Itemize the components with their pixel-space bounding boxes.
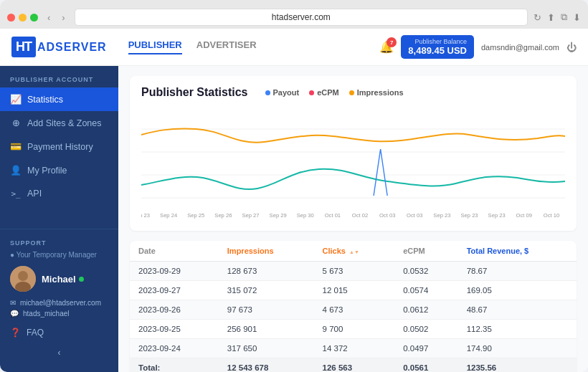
svg-text:Oct 10: Oct 10 xyxy=(544,212,560,219)
cell-ecpm: 0.0532 xyxy=(394,262,457,281)
maximize-dot[interactable] xyxy=(30,14,38,22)
col-date: Date xyxy=(130,241,219,262)
notification-button[interactable]: 🔔 7 xyxy=(379,40,394,54)
svg-text:Sep 23: Sep 23 xyxy=(460,212,478,219)
total-revenue: 1235.56 xyxy=(458,358,577,373)
payout-label: Payout xyxy=(273,88,300,97)
logo: HT ADSERVER xyxy=(11,37,107,57)
svg-text:Oct 03: Oct 03 xyxy=(379,212,395,219)
manager-skype: htads_michael xyxy=(23,310,69,318)
legend-ecpm: eCPM xyxy=(309,88,339,97)
manager-name: Michael xyxy=(42,274,84,285)
cell-ecpm: 0.0497 xyxy=(394,339,457,358)
cell-revenue: 112.35 xyxy=(458,320,577,339)
api-icon: >_ xyxy=(10,189,22,199)
forward-button[interactable]: › xyxy=(58,11,68,24)
svg-point-1 xyxy=(18,271,28,281)
cell-impressions: 317 650 xyxy=(219,339,314,358)
back-button[interactable]: ‹ xyxy=(44,11,54,24)
cell-ecpm: 0.0612 xyxy=(394,300,457,320)
sidebar-section-label: PUBLISHER ACCOUNT xyxy=(0,66,118,87)
main-content: Publisher Statistics Payout eCPM Impr xyxy=(118,66,588,372)
reload-button[interactable]: ↻ xyxy=(534,12,541,23)
legend-payout: Payout xyxy=(265,88,300,97)
cell-revenue: 78.67 xyxy=(458,262,577,281)
sidebar-item-my-profile[interactable]: 👤 My Profile xyxy=(0,158,118,182)
manager-email-row[interactable]: ✉ michael@htadserver.com xyxy=(10,299,108,307)
table-row: 2023-09-24 317 650 14 372 0.0497 174.90 xyxy=(130,339,577,358)
cell-date: 2023-09-29 xyxy=(130,262,219,281)
browser-navigation: ‹ › xyxy=(44,11,69,24)
svg-text:Sep 23: Sep 23 xyxy=(488,212,506,219)
manager-email: michael@htadserver.com xyxy=(20,299,101,307)
logout-button[interactable]: ⏻ xyxy=(566,42,577,53)
cell-impressions: 128 673 xyxy=(219,262,314,281)
sidebar-label-statistics: Statistics xyxy=(27,95,63,105)
minimize-dot[interactable] xyxy=(19,14,27,22)
user-email[interactable]: damsndin@gmail.com xyxy=(481,43,559,52)
cell-revenue: 48.67 xyxy=(458,300,577,320)
sidebar-item-api[interactable]: >_ API xyxy=(0,182,118,205)
cell-clicks: 12 015 xyxy=(314,281,395,300)
sidebar-collapse-button[interactable]: ‹ xyxy=(10,343,108,362)
statistics-chart: Sep 23 Sep 24 Sep 25 Sep 26 Sep 27 Sep 2… xyxy=(141,106,565,221)
header: HT ADSERVER PUBLISHER ADVERTISER 🔔 7 Pub… xyxy=(0,29,588,66)
cell-impressions: 97 673 xyxy=(219,300,314,320)
ecpm-legend-label: eCPM xyxy=(317,88,339,97)
cell-revenue: 174.90 xyxy=(458,339,577,358)
col-ecpm: eCPM xyxy=(394,241,457,262)
cell-clicks: 14 372 xyxy=(314,339,395,358)
manager-skype-row[interactable]: 💬 htads_michael xyxy=(10,310,108,318)
close-dot[interactable] xyxy=(7,14,15,22)
support-label: SUPPORT xyxy=(10,239,108,247)
logo-text: ADSERVER xyxy=(37,41,107,54)
impressions-label: Impressions xyxy=(357,88,404,97)
nav-advertiser[interactable]: ADVERTISER xyxy=(196,39,257,54)
faq-icon: ❓ xyxy=(10,328,21,338)
skype-icon: 💬 xyxy=(10,310,19,318)
impressions-dot xyxy=(349,90,354,95)
nav-publisher[interactable]: PUBLISHER xyxy=(128,39,182,54)
sidebar-label-api: API xyxy=(27,189,42,199)
app-container: HT ADSERVER PUBLISHER ADVERTISER 🔔 7 Pub… xyxy=(0,29,588,372)
svg-text:Sep 30: Sep 30 xyxy=(297,212,315,219)
svg-text:Sep 26: Sep 26 xyxy=(214,212,232,219)
sidebar-label-payment: Payment History xyxy=(27,142,93,152)
svg-text:Oct 09: Oct 09 xyxy=(516,212,532,219)
browser-icons: ↻ ⬆ ⧉ ⬇ xyxy=(534,11,581,23)
cell-date: 2023-09-27 xyxy=(130,281,219,300)
chart-legend: Payout eCPM Impressions xyxy=(265,88,404,97)
col-revenue: Total Revenue, $ xyxy=(458,241,577,262)
tabs-button[interactable]: ⧉ xyxy=(561,11,567,23)
svg-text:Oct 03: Oct 03 xyxy=(407,212,422,219)
share-button[interactable]: ⬆ xyxy=(547,12,555,23)
sidebar-item-faq[interactable]: ❓ FAQ xyxy=(10,322,108,343)
sidebar-item-payment-history[interactable]: 💳 Payment History xyxy=(0,135,118,158)
email-icon: ✉ xyxy=(10,299,16,307)
notif-badge: 7 xyxy=(387,37,397,47)
statistics-icon: 📈 xyxy=(10,94,22,105)
balance-label: Publisher Balance xyxy=(408,38,467,45)
cell-ecpm: 0.0502 xyxy=(394,320,457,339)
cell-ecpm: 0.0574 xyxy=(394,281,457,300)
cell-revenue: 169.05 xyxy=(458,281,577,300)
cell-date: 2023-09-24 xyxy=(130,339,219,358)
total-clicks: 126 563 xyxy=(314,358,395,373)
chart-container: Sep 23 Sep 24 Sep 25 Sep 26 Sep 27 Sep 2… xyxy=(141,106,565,221)
manager-label: ● Your Temporary Manager xyxy=(10,251,108,259)
col-impressions[interactable]: Impressions xyxy=(219,241,314,262)
col-clicks[interactable]: Clicks ▲▼ xyxy=(314,241,395,262)
total-ecpm: 0.0561 xyxy=(394,358,457,373)
sidebar-item-statistics[interactable]: 📈 Statistics xyxy=(0,87,118,111)
stats-table: Date Impressions Clicks ▲▼ eCPM Total Re… xyxy=(130,241,577,372)
sort-icon: ▲▼ xyxy=(349,249,359,254)
table-row: 2023-09-29 128 673 5 673 0.0532 78.67 xyxy=(130,262,577,281)
cell-impressions: 256 901 xyxy=(219,320,314,339)
address-bar[interactable]: htadserver.com xyxy=(75,9,528,26)
sidebar-item-add-sites[interactable]: ⊕ Add Sites & Zones xyxy=(0,111,118,135)
svg-text:Sep 23: Sep 23 xyxy=(433,212,450,219)
download-button[interactable]: ⬇ xyxy=(573,12,581,23)
svg-text:Sep 23: Sep 23 xyxy=(141,212,150,219)
sidebar: PUBLISHER ACCOUNT 📈 Statistics ⊕ Add Sit… xyxy=(0,66,118,372)
stats-title: Publisher Statistics Payout eCPM Impr xyxy=(141,86,565,99)
